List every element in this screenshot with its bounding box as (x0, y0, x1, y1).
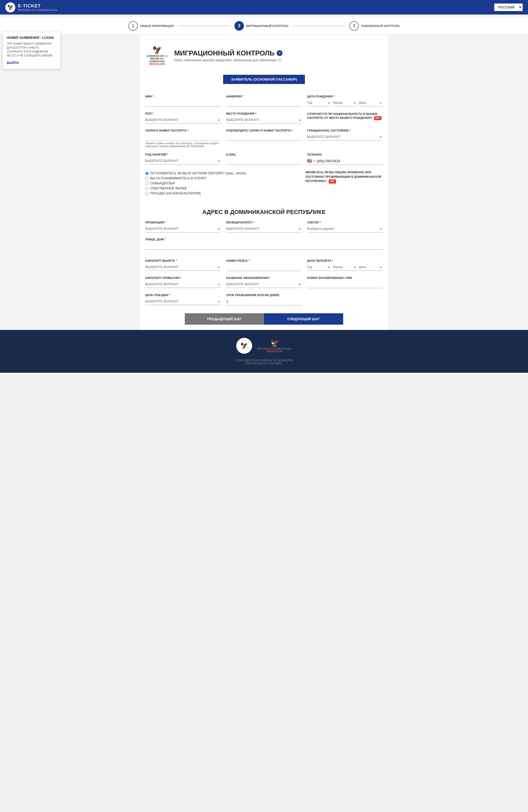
step-2-circle: 2 (234, 21, 244, 31)
sector-select[interactable]: Выберите вариант (307, 225, 383, 232)
accommodation-radio-4[interactable] (145, 187, 149, 190)
birth-date-group: ДАТА РОЖДЕНИЯ * Год Месяц Ден (307, 95, 383, 107)
flight-number-input[interactable] (226, 264, 302, 271)
migracion-logo-top-text: GOBIERNO DE LAREPÚBLICA DOMINICANA (145, 55, 169, 62)
occupation-select[interactable]: ВЫБЕРИТЕ ВАРИАНТ (145, 157, 221, 164)
app-number-title: НОМЕР ЗАЯВЛЕНИЯ : LCS226 (7, 36, 57, 40)
resident-question-text: ЯВЛЯЕТЕСЬ ЛИ ВЫ ЛИЦОМ, ВРЕМЕННО ИЛИ ПОСТ… (306, 170, 383, 184)
accommodation-radio-group: ОСТАНОВИТЕСЬ ЛИ ВЫ В ЧАСТНОМ СЕКТОРЕ? (н… (145, 171, 300, 195)
flight-year-select[interactable]: Год (307, 264, 331, 271)
accommodation-option-1[interactable]: ОСТАНОВИТЕСЬ ЛИ ВЫ В ЧАСТНОМ СЕКТОРЕ? (н… (145, 171, 300, 175)
accommodation-radio-3[interactable] (145, 182, 149, 185)
passport-confirm-label: ПОДТВЕРДИТЕ СЕРИЮ И НОМЕР ПАСПОРТА * (226, 129, 302, 132)
trip-purpose-label: ЦЕЛЬ ПОЕЗДКИ * (145, 293, 221, 296)
language-dropdown[interactable]: РУССКИЙ ENGLISH ESPAÑOL FRANÇAIS DEUTSCH (494, 3, 523, 11)
phone-input-wrapper: 🇺🇸 ▾ (307, 157, 383, 165)
arrival-airport-select[interactable]: ВЫБЕРИТЕ ВАРИАНТ (145, 281, 221, 288)
departure-airport-label: АЭРОПОРТ ВЫЛЕТА * (145, 259, 221, 262)
province-select[interactable]: ВЫБЕРИТЕ ВАРИАНТ (145, 225, 221, 232)
migracion-logo: 🦅 GOBIERNO DE LAREPÚBLICA DOMINICANA MIG… (145, 45, 169, 66)
accommodation-radio-5[interactable] (145, 192, 149, 195)
prev-button[interactable]: ПРЕДЫДУЩИЙ ШАГ (185, 313, 264, 325)
municipality-select[interactable]: ВЫБЕРИТЕ ВАРИАНТ (226, 225, 302, 232)
flight-date-row: Год Месяц День (307, 264, 383, 271)
resident-badge: Нет (329, 179, 336, 184)
footer: 🦅 🦅 REPUBLICA DOMINICANA MIGRACION © 202… (0, 330, 528, 373)
flight-date-group: ДАТА ПЕРЕЛЁТА * Год Месяц Ден (307, 259, 383, 271)
form-row-2: ПОЛ * ВЫБЕРИТЕ ВАРИАНТ МЕСТО РОЖДЕНИЯ * … (145, 112, 383, 124)
logout-link[interactable]: ВЫЙТИ (7, 61, 19, 65)
departure-airport-select-wrapper: ВЫБЕРИТЕ ВАРИАНТ (145, 264, 221, 271)
passport-label: СЕРИЯ И НОМЕР ПАСПОРТА * (145, 129, 221, 132)
divider-3 (145, 255, 383, 255)
street-input[interactable] (145, 242, 383, 250)
accommodation-option-5[interactable]: ПОСАДКА (НА КОРАБЛЬ/ПАРОМ) (145, 191, 300, 195)
first-name-input[interactable] (145, 99, 221, 107)
step-3: 3 ТАМОЖЕННЫЙ КОНТРОЛЬ (349, 21, 400, 31)
flight-month-select[interactable]: Месяц (333, 264, 357, 271)
flight-row-2: АЭРОПОРТ ПРИБЫТИЯ * ВЫБЕРИТЕ ВАРИАНТ НАЗ… (145, 276, 383, 288)
province-group: ПРОВИНЦИЯ * ВЫБЕРИТЕ ВАРИАНТ (145, 221, 221, 232)
gender-select[interactable]: ВЫБЕРИТЕ ВАРИАНТ (145, 116, 221, 124)
stay-duration-input[interactable] (226, 298, 302, 305)
phone-group: ТЕЛЕФОН 🇺🇸 ▾ (307, 153, 383, 165)
bottom-buttons: ПРЕДЫДУЩИЙ ШАГ СЛЕДУЮЩИЙ ШАГ (145, 313, 383, 325)
last-name-group: ФАМИЛИЯ * (226, 95, 302, 107)
step-3-circle: 3 (349, 21, 359, 31)
accommodation-option-4[interactable]: СОБСТВЕННОЕ ЖИЛЬЁ (145, 187, 300, 190)
app-number-box: НОМЕР ЗАЯВЛЕНИЯ : LCS226 ЭТО НОМЕР ВАШЕГ… (3, 32, 61, 69)
booking-number-input[interactable] (307, 281, 383, 288)
departure-airport-select[interactable]: ВЫБЕРИТЕ ВАРИАНТ (145, 264, 221, 271)
applicant-button[interactable]: ЗАЯВИТЕЛЬ (ОСНОВНОЙ ПАССАЖИР) (223, 75, 305, 84)
stay-duration-group: СРОК ПРЕБЫВАНИЯ (КОЛ-ВО ДНЕЙ) (226, 293, 302, 305)
municipality-select-wrapper: ВЫБЕРИТЕ ВАРИАНТ (226, 225, 302, 232)
airline-select[interactable]: ВЫБЕРИТЕ ВАРИАНТ (226, 281, 302, 288)
birth-day-select[interactable]: День (359, 99, 383, 106)
footer-logos: 🦅 🦅 REPUBLICA DOMINICANA MIGRACION (5, 338, 523, 354)
airline-label: НАЗВАНИЕ АВИАКОМПАНИИ * (226, 276, 302, 279)
accommodation-radio-1[interactable] (145, 172, 149, 175)
civil-status-select[interactable]: ВЫБЕРИТЕ ВАРИАНТ (307, 133, 383, 141)
step-2: 2 МИГРАЦИОННЫЙ КОНТРОЛЬ (234, 21, 289, 31)
airline-group: НАЗВАНИЕ АВИАКОМПАНИИ * ВЫБЕРИТЕ ВАРИАНТ (226, 276, 302, 288)
email-label: E-mail (226, 153, 302, 156)
accommodation-radio-2[interactable] (145, 177, 149, 180)
sector-label: СЕКТОР * (307, 221, 383, 224)
accommodation-option-3[interactable]: СЕМЬЯ/ДРУЗЬЯ (145, 182, 300, 185)
civil-status-group: ГРАЖДАНСКОЕ СОСТОЯНИЕ * ВЫБЕРИТЕ ВАРИАНТ (307, 129, 383, 148)
birth-date-label: ДАТА РОЖДЕНИЯ * (307, 95, 383, 98)
phone-input[interactable] (317, 157, 383, 164)
birthplace-select[interactable]: ВЫБЕРИТЕ ВАРИАНТ (226, 116, 302, 124)
address-row-1: ПРОВИНЦИЯ * ВЫБЕРИТЕ ВАРИАНТ МУНИЦИПАЛИТ… (145, 221, 383, 232)
flight-row-1: АЭРОПОРТ ВЫЛЕТА * ВЫБЕРИТЕ ВАРИАНТ НОМЕР… (145, 259, 383, 271)
next-button[interactable]: СЛЕДУЮЩИЙ ШАГ (264, 313, 343, 325)
sector-select-wrapper: Выберите вариант (307, 225, 383, 232)
passport-group: СЕРИЯ И НОМЕР ПАСПОРТА * Укажите серию и… (145, 129, 221, 148)
flight-day-select[interactable]: День (359, 264, 383, 271)
accommodation-option-2[interactable]: ВЫ ОСТАНАВЛИВАЕТЕСЬ В ОТЕЛЕ? (145, 176, 300, 180)
step-2-label: МИГРАЦИОННЫЙ КОНТРОЛЬ (246, 24, 289, 28)
email-group: E-mail (226, 153, 302, 165)
birth-year-select[interactable]: Год (307, 99, 331, 106)
passport-input[interactable] (145, 133, 221, 141)
help-icon[interactable]: ? (277, 50, 282, 56)
passport-confirm-input[interactable] (226, 133, 302, 141)
last-name-label: ФАМИЛИЯ * (226, 95, 302, 98)
email-input[interactable] (226, 157, 302, 165)
birth-month-select[interactable]: Месяц (333, 99, 357, 106)
last-name-input[interactable] (226, 99, 302, 107)
province-label: ПРОВИНЦИЯ * (145, 221, 221, 224)
footer-logo-1: 🦅 (236, 338, 252, 354)
applicant-btn-row: ЗАЯВИТЕЛЬ (ОСНОВНОЙ ПАССАЖИР) (145, 75, 383, 84)
gender-label: ПОЛ * (145, 112, 221, 115)
flight-date-label: ДАТА ПЕРЕЛЁТА * (307, 259, 383, 262)
birthplace-label: МЕСТО РОЖДЕНИЯ * (226, 112, 302, 115)
steps-bar: 1 ОБЩАЯ ИНФОРМАЦИЯ 2 МИГРАЦИОННЫЙ КОНТРО… (0, 17, 528, 35)
step-1: 1 ОБЩАЯ ИНФОРМАЦИЯ (128, 21, 174, 31)
gender-select-wrapper: ВЫБЕРИТЕ ВАРИАНТ (145, 116, 221, 124)
municipality-group: МУНИЦИПАЛИТЕТ * ВЫБЕРИТЕ ВАРИАНТ (226, 221, 302, 232)
flight-day-wrapper: День (359, 264, 383, 271)
form-row-5: ОСТАНОВИТЕСЬ ЛИ ВЫ В ЧАСТНОМ СЕКТОРЕ? (н… (145, 170, 383, 195)
trip-purpose-select[interactable]: ВЫБЕРИТЕ ВАРИАНТ (145, 298, 221, 305)
language-selector[interactable]: РУССКИЙ ENGLISH ESPAÑOL FRANÇAIS DEUTSCH (494, 3, 523, 11)
